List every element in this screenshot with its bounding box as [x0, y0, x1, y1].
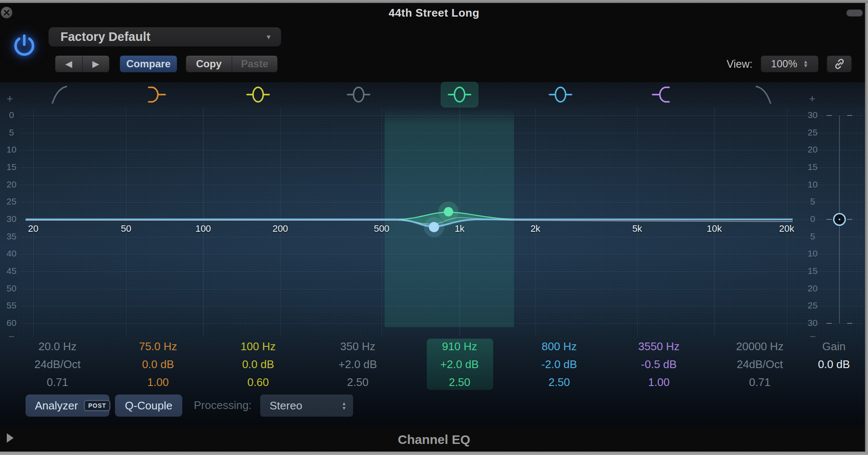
band-4-readout[interactable]: 350 Hz +2.0 dB 2.50 [309, 337, 407, 391]
processing-mode-select[interactable]: Stereo ▴▾ [260, 395, 353, 417]
band-q-value[interactable]: 0.71 [9, 373, 106, 391]
close-button[interactable] [1, 7, 12, 18]
band-frequency-value[interactable]: 3550 Hz [610, 337, 708, 355]
channel-eq-window: 44th Street Long Factory Default ▼ ◀ ▶ [0, 0, 868, 455]
preset-nav-group: ◀ ▶ [55, 55, 109, 72]
band-frequency-value[interactable]: 20000 Hz [711, 337, 809, 355]
band-q-value[interactable]: 2.50 [411, 373, 509, 391]
power-icon [11, 32, 37, 59]
band-slope-value[interactable]: 24dB/Oct [711, 355, 809, 373]
processing-mode-value: Stereo [270, 399, 302, 412]
previous-preset-button[interactable]: ◀ [55, 56, 82, 72]
band-3-readout[interactable]: 100 Hz 0.0 dB 0.60 [209, 337, 307, 391]
band-q-value[interactable]: 2.50 [309, 373, 407, 391]
preset-selector[interactable]: Factory Default ▼ [49, 27, 281, 46]
view-label: View: [727, 58, 753, 70]
view-zoom-value: 100% [771, 58, 797, 70]
band-2-readout[interactable]: 75.0 Hz 0.0 dB 1.00 [109, 337, 207, 391]
band-frequency-value[interactable]: 100 Hz [209, 337, 307, 355]
band-frequency-value[interactable]: 350 Hz [309, 337, 407, 355]
band-8-readout[interactable]: 20000 Hz 24dB/Oct 0.71 [711, 337, 809, 391]
q-couple-button[interactable]: Q-Couple [115, 395, 182, 417]
stepper-arrows-icon[interactable]: ▲▼ [803, 60, 808, 68]
band-5-readout[interactable]: 910 Hz +2.0 dB 2.50 [411, 337, 509, 391]
band-slope-value[interactable]: 24dB/Oct [9, 355, 106, 373]
band-gain-value[interactable]: 0.0 dB [109, 355, 207, 373]
plugin-footer: Channel EQ [0, 427, 868, 452]
band-7-readout[interactable]: 3550 Hz -0.5 dB 1.00 [610, 337, 708, 391]
band-frequency-value[interactable]: 75.0 Hz [109, 337, 207, 355]
link-button[interactable] [827, 55, 852, 72]
gain-slider-handle-dot [839, 219, 840, 220]
copy-paste-group: Copy Paste [186, 55, 278, 72]
band-frequency-value[interactable]: 800 Hz [510, 337, 608, 355]
window-top-edge [0, 0, 868, 3]
analyzer-post-badge[interactable]: POST [84, 400, 110, 411]
band-q-value[interactable]: 0.71 [711, 373, 809, 391]
plugin-header: 44th Street Long Factory Default ▼ ◀ ▶ [0, 3, 868, 82]
band-6-readout[interactable]: 800 Hz -2.0 dB 2.50 [510, 337, 608, 391]
master-gain-readout[interactable]: Gain 0.0 dB [802, 337, 866, 373]
power-button[interactable] [11, 32, 37, 59]
dropdown-caret-icon: ▼ [265, 33, 272, 40]
band-q-value[interactable]: 1.00 [109, 373, 207, 391]
window-bottom-edge [0, 452, 868, 455]
master-gain-value[interactable]: 0.0 dB [802, 355, 866, 373]
copy-button[interactable]: Copy [186, 56, 232, 72]
view-zoom-stepper[interactable]: 100% ▲▼ [761, 55, 819, 72]
band-gain-value[interactable]: +2.0 dB [411, 355, 509, 373]
close-icon [3, 9, 10, 16]
band-gain-value[interactable]: 0.0 dB [209, 355, 307, 373]
band-gain-value[interactable]: +2.0 dB [309, 355, 407, 373]
next-preset-button[interactable]: ▶ [83, 56, 109, 72]
paste-button[interactable]: Paste [232, 56, 278, 72]
band-frequency-value[interactable]: 910 Hz [411, 337, 509, 355]
master-gain-label: Gain [802, 337, 866, 355]
band-gain-value[interactable]: -2.0 dB [510, 355, 608, 373]
minimize-button[interactable] [846, 9, 863, 17]
band-gain-value[interactable]: -0.5 dB [610, 355, 708, 373]
analyzer-button[interactable]: Analyzer POST [26, 395, 109, 417]
band-q-value[interactable]: 0.60 [209, 373, 307, 391]
window-right-edge[interactable] [865, 3, 868, 452]
link-icon [834, 58, 845, 70]
band-q-value[interactable]: 2.50 [510, 373, 608, 391]
band-5-handle [444, 207, 453, 216]
band-q-value[interactable]: 1.00 [610, 373, 708, 391]
band-1-readout[interactable]: 20.0 Hz 24dB/Oct 0.71 [9, 337, 106, 391]
plugin-name: Channel EQ [0, 432, 868, 447]
window-title: 44th Street Long [0, 6, 868, 20]
compare-button[interactable]: Compare [120, 55, 177, 72]
band-6-handle [429, 222, 439, 232]
preset-name: Factory Default [60, 30, 150, 44]
processing-label: Processing: [194, 399, 252, 412]
band-frequency-value[interactable]: 20.0 Hz [9, 337, 106, 355]
stepper-arrows-icon[interactable]: ▴▾ [342, 401, 345, 410]
analyzer-label: Analyzer [35, 399, 78, 412]
